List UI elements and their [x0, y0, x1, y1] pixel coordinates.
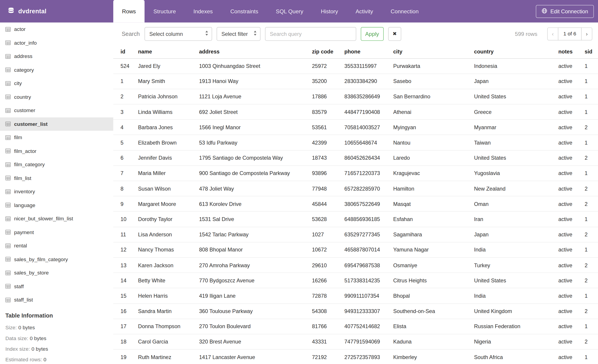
column-header-name[interactable]: name	[138, 45, 199, 58]
tab-history[interactable]: History	[312, 0, 347, 23]
sidebar-item-language[interactable]: language	[0, 198, 113, 212]
prev-page-button[interactable]: ‹	[547, 27, 558, 40]
sidebar-item-city[interactable]: city	[0, 77, 113, 90]
tab-rows[interactable]: Rows	[113, 0, 145, 23]
tab-structure[interactable]: Structure	[145, 0, 185, 23]
sidebar-item-address[interactable]: address	[0, 50, 113, 63]
column-header-city[interactable]: city	[393, 45, 474, 58]
tab-connection[interactable]: Connection	[382, 0, 427, 23]
table-cell: 270 Amroha Parkway	[199, 258, 312, 273]
sidebar-item-label: inventory	[14, 189, 35, 194]
search-query-input[interactable]	[265, 27, 356, 40]
sidebar-item-category[interactable]: category	[0, 63, 113, 77]
clear-search-button[interactable]: ✖	[388, 27, 401, 40]
table-cell: 7	[113, 166, 138, 181]
column-header-address[interactable]: address	[199, 45, 312, 58]
sidebar-item-payment[interactable]: payment	[0, 226, 113, 239]
sidebar-item-rental[interactable]: rental	[0, 239, 113, 253]
tab-activity[interactable]: Activity	[347, 0, 382, 23]
tab-sql-query[interactable]: SQL Query	[267, 0, 312, 23]
sidebar-item-film_actor[interactable]: film_actor	[0, 144, 113, 158]
table-row[interactable]: 17Donna Thompson270 Toulon Boulevard8176…	[113, 319, 598, 334]
table-info-row: Estimated rows:0	[5, 354, 108, 364]
column-select[interactable]: Select column	[144, 27, 212, 40]
table-cell: Sandra Martin	[138, 303, 199, 319]
sidebar-item-sales_by_store[interactable]: sales_by_store	[0, 266, 113, 280]
edit-connection-button[interactable]: Edit Connection	[536, 5, 594, 18]
sidebar-item-label: nicer_but_slower_film_list	[14, 216, 73, 221]
table-row[interactable]: 5Elizabeth Brown53 Idfu Parkway423991065…	[113, 135, 598, 150]
column-header-id[interactable]: id	[113, 45, 138, 58]
column-header-zip-code[interactable]: zip code	[312, 45, 344, 58]
next-page-button[interactable]: ›	[581, 27, 592, 40]
table-cell: Lisa Anderson	[138, 227, 199, 242]
table-row[interactable]: 12Nancy Thomas808 Bhopal Manor1067246588…	[113, 242, 598, 258]
sidebar-item-sales_by_film_category[interactable]: sales_by_film_category	[0, 253, 113, 266]
sidebar-item-staff[interactable]: staff	[0, 280, 113, 293]
table-row[interactable]: 15Helen Harris419 Iligan Lane72878990911…	[113, 288, 598, 303]
table-row[interactable]: 14Betty White770 Bydgoszcz Avenue1626651…	[113, 273, 598, 288]
sidebar-item-country[interactable]: country	[0, 90, 113, 104]
table-icon	[5, 40, 11, 46]
sidebar-item-actor[interactable]: actor	[0, 23, 113, 36]
sidebar-item-nicer_but_slower_film_list[interactable]: nicer_but_slower_film_list	[0, 212, 113, 226]
table-row[interactable]: 16Sandra Martin360 Toulouse Parkway54308…	[113, 303, 598, 319]
table-cell: 990911107354	[344, 288, 393, 303]
table-row[interactable]: 10Dorothy Taylor1531 Sal Drive5362864885…	[113, 211, 598, 227]
table-cell: active	[558, 166, 585, 181]
select-arrows-icon	[205, 31, 208, 37]
table-cell: 270 Toulon Boulevard	[199, 319, 312, 334]
table-row[interactable]: 2Patricia Johnson1121 Loja Avenue1788683…	[113, 89, 598, 104]
table-icon	[5, 94, 11, 100]
table-cell: active	[558, 58, 585, 74]
sidebar-item-label: city	[14, 81, 22, 86]
table-cell: active	[558, 181, 585, 196]
table-cell: 808 Bhopal Manor	[199, 242, 312, 258]
table-cell: 838635286649	[344, 89, 393, 104]
table-row[interactable]: 19Ruth Martinez1417 Lancaster Avenue7219…	[113, 349, 598, 364]
sidebar-item-film[interactable]: film	[0, 131, 113, 144]
table-cell: 18743	[312, 150, 344, 166]
tab-constraints[interactable]: Constraints	[222, 0, 267, 23]
apply-button[interactable]: Apply	[361, 27, 384, 40]
table-row[interactable]: 6Jennifer Davis1795 Santiago de Composte…	[113, 150, 598, 166]
table-cell: Japan	[474, 73, 558, 89]
table-cell: 747791594069	[344, 334, 393, 349]
table-row[interactable]: 7Maria Miller900 Santiago de Compostela …	[113, 166, 598, 181]
table-row[interactable]: 3Linda Williams692 Joliet Street83579448…	[113, 104, 598, 120]
sidebar-item-staff_list[interactable]: staff_list	[0, 293, 113, 307]
tab-indexes[interactable]: Indexes	[185, 0, 222, 23]
sidebar-item-customer_list[interactable]: customer_list	[0, 117, 113, 131]
sidebar-item-film_category[interactable]: film_category	[0, 158, 113, 171]
table-row[interactable]: 13Karen Jackson270 Amroha Parkway2961069…	[113, 258, 598, 273]
table-cell: Ruth Martinez	[138, 349, 199, 364]
table-row[interactable]: 18Carol Garcia320 Brest Avenue4333174779…	[113, 334, 598, 349]
sidebar-item-inventory[interactable]: inventory	[0, 185, 113, 198]
column-header-sid[interactable]: sid	[585, 45, 598, 58]
table-row[interactable]: 11Lisa Anderson1542 Tarlac Parkway102763…	[113, 227, 598, 242]
main-body: actoractor_infoaddresscategorycitycountr…	[0, 23, 598, 364]
sidebar-item-film_list[interactable]: film_list	[0, 171, 113, 185]
sidebar-item-actor_info[interactable]: actor_info	[0, 36, 113, 50]
table-cell: Purwakarta	[393, 58, 474, 74]
sidebar-item-customer[interactable]: customer	[0, 104, 113, 117]
table-cell: 93896	[312, 166, 344, 181]
filter-select[interactable]: Select filter	[216, 27, 260, 40]
table-cell: 6	[113, 150, 138, 166]
table-cell: 53628	[312, 211, 344, 227]
table-cell: active	[558, 334, 585, 349]
table-row[interactable]: 1Mary Smith1913 Hanoi Way352002830338429…	[113, 73, 598, 89]
table-row[interactable]: 8Susan Wilson478 Joliet Way7794865728228…	[113, 181, 598, 196]
table-cell: 2	[585, 334, 598, 349]
column-header-phone[interactable]: phone	[344, 45, 393, 58]
table-cell: 72192	[312, 349, 344, 364]
table-row[interactable]: 524Jared Ely1003 Qinhuangdao Street25972…	[113, 58, 598, 74]
column-header-country[interactable]: country	[474, 45, 558, 58]
column-header-notes[interactable]: notes	[558, 45, 585, 58]
table-row[interactable]: 9Margaret Moore613 Korolev Drive45844380…	[113, 196, 598, 211]
table-cell: 42399	[312, 135, 344, 150]
table-icon	[5, 270, 11, 275]
table-cell: 419 Iligan Lane	[199, 288, 312, 303]
table-row[interactable]: 4Barbara Jones1566 Inegl Manor5356170581…	[113, 120, 598, 135]
topbar-spacer	[427, 0, 536, 23]
